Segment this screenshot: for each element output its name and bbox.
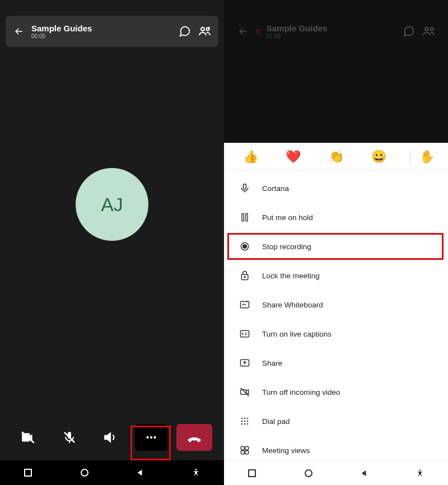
call-header: Sample Guides 00:05 [6, 16, 218, 47]
mic-off-button[interactable] [53, 424, 86, 451]
svg-rect-24 [241, 330, 249, 337]
menu-label: Dial pad [262, 417, 290, 426]
menu-stop-recording[interactable]: Stop recording [224, 232, 448, 261]
people-button[interactable] [421, 24, 437, 39]
menu-whiteboard[interactable]: Share Whiteboard [224, 290, 448, 319]
avatar-initials: AJ [101, 194, 123, 216]
nav-home-icon[interactable] [304, 469, 313, 478]
svg-point-13 [195, 469, 197, 470]
svg-point-28 [241, 418, 243, 419]
nav-back-icon[interactable] [136, 469, 144, 477]
share-icon [239, 357, 251, 369]
svg-rect-39 [241, 451, 244, 454]
camera-off-button[interactable] [12, 424, 44, 451]
back-button[interactable] [235, 24, 251, 39]
svg-point-34 [241, 423, 243, 425]
svg-point-14 [425, 27, 428, 31]
svg-point-29 [244, 418, 246, 419]
svg-point-32 [244, 421, 246, 422]
grid-icon [239, 444, 251, 456]
chat-button[interactable] [177, 24, 193, 39]
reaction-like[interactable]: 👍 [239, 150, 262, 164]
nav-recent-icon[interactable] [248, 469, 256, 478]
hangup-button[interactable] [176, 424, 212, 451]
menu-label: Turn off incoming video [262, 388, 340, 397]
reactions-row: 👍 ❤️ 👏 😀 ✋ [224, 143, 448, 170]
svg-point-42 [305, 470, 312, 477]
svg-rect-40 [245, 451, 249, 454]
whiteboard-icon [239, 299, 251, 311]
call-title: Sample Guides [267, 24, 327, 33]
call-timer: 00:05 [31, 33, 92, 39]
reaction-laugh[interactable]: 😀 [367, 150, 391, 164]
dimmed-gap [224, 56, 448, 143]
svg-line-27 [241, 388, 249, 397]
menu-label: Share [262, 359, 282, 367]
android-nav-right [224, 460, 448, 485]
camera-off-icon [239, 386, 251, 398]
menu-lock[interactable]: Lock the meeting [224, 261, 448, 290]
nav-recent-icon[interactable] [24, 468, 32, 477]
speaker-button[interactable] [94, 424, 127, 451]
svg-point-33 [247, 421, 249, 422]
dimmed-header-area: Sample Guides 01:08 [224, 0, 448, 56]
cc-icon [239, 328, 251, 340]
svg-point-10 [154, 436, 156, 439]
call-screen-right: Sample Guides 01:08 👍 ❤️ 👏 😀 [224, 0, 448, 485]
menu-label: Share Whiteboard [262, 301, 323, 309]
svg-point-0 [201, 27, 204, 31]
svg-point-30 [247, 418, 249, 419]
menu-captions[interactable]: Turn on live captions [224, 319, 448, 348]
android-nav-left [0, 460, 224, 485]
menu-video-off[interactable]: Turn off incoming video [224, 377, 448, 407]
svg-point-43 [419, 469, 421, 471]
svg-point-36 [247, 423, 249, 425]
nav-back-icon[interactable] [360, 469, 368, 477]
menu-hold[interactable]: Put me on hold [224, 203, 448, 232]
call-screen-left: Sample Guides 00:05 AJ [0, 0, 224, 485]
svg-rect-17 [242, 213, 244, 221]
menu-dialpad[interactable]: Dial pad [224, 407, 448, 436]
svg-rect-37 [241, 446, 244, 450]
call-title: Sample Guides [31, 24, 92, 33]
nav-accessibility-icon[interactable] [416, 469, 424, 478]
reaction-applause[interactable]: 👏 [324, 150, 348, 164]
title-block: Sample Guides 01:08 [255, 24, 327, 39]
svg-rect-11 [25, 469, 31, 476]
nav-home-icon[interactable] [80, 468, 89, 477]
menu-label: Put me on hold [262, 213, 313, 222]
menu-label: Lock the meeting [262, 272, 320, 280]
chat-button[interactable] [401, 24, 417, 39]
nav-accessibility-icon[interactable] [192, 468, 200, 477]
menu-cortana[interactable]: Cortana [224, 174, 448, 203]
svg-point-8 [147, 436, 149, 439]
people-button[interactable] [197, 24, 213, 39]
svg-rect-18 [246, 213, 248, 221]
avatar: AJ [76, 168, 148, 241]
svg-point-22 [244, 276, 245, 277]
actions-menu: Cortana Put me on hold Stop recording Lo… [224, 170, 448, 468]
dialpad-icon [239, 415, 251, 427]
svg-point-15 [431, 28, 433, 31]
back-button[interactable] [11, 24, 27, 39]
more-button[interactable] [135, 424, 167, 451]
svg-point-31 [241, 421, 243, 422]
recording-indicator-icon [255, 29, 261, 34]
svg-point-12 [81, 469, 88, 476]
pause-icon [239, 211, 251, 223]
svg-point-35 [244, 423, 246, 425]
menu-label: Cortana [262, 184, 289, 193]
svg-rect-38 [245, 446, 249, 450]
title-block: Sample Guides 00:05 [31, 24, 92, 39]
call-toolbar [0, 418, 224, 457]
menu-label: Meeting views [262, 446, 310, 455]
lock-icon [239, 269, 251, 282]
mic-icon [239, 182, 251, 194]
reaction-raise-hand[interactable]: ✋ [410, 150, 433, 164]
menu-share[interactable]: Share [224, 348, 448, 377]
svg-rect-41 [249, 470, 255, 477]
call-timer: 01:08 [267, 33, 327, 39]
reaction-heart[interactable]: ❤️ [282, 150, 305, 164]
svg-rect-16 [244, 184, 246, 189]
menu-label: Turn on live captions [262, 330, 332, 338]
